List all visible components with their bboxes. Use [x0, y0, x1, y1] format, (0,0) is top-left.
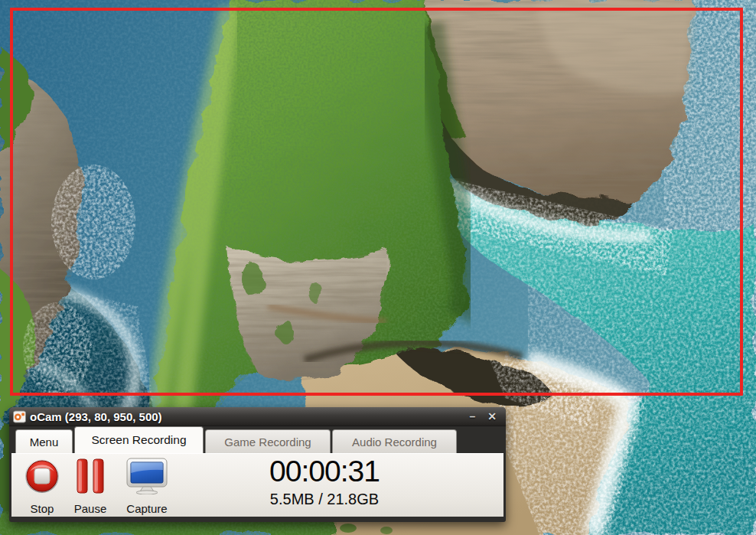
- recording-size: 5.5MB / 21.8GB: [194, 490, 455, 508]
- tab-screen-recording[interactable]: Screen Recording: [74, 426, 204, 453]
- window-title: oCam (293, 80, 950, 500): [30, 410, 162, 423]
- tab-audio-recording[interactable]: Audio Recording: [332, 429, 457, 453]
- tab-game-recording[interactable]: Game Recording: [205, 429, 331, 453]
- window-controls: – ✕: [469, 411, 506, 422]
- capture-icon: [125, 458, 168, 494]
- window-titlebar[interactable]: oCam (293, 80, 950, 500) – ✕: [9, 407, 506, 426]
- capture-region-border[interactable]: [10, 8, 743, 396]
- pause-button[interactable]: Pause: [70, 455, 110, 515]
- close-button[interactable]: ✕: [487, 411, 497, 422]
- ocam-logo-icon: [13, 410, 26, 423]
- recording-panel: Stop Pause: [11, 453, 503, 517]
- capture-button[interactable]: Capture: [117, 455, 177, 515]
- stop-label: Stop: [31, 502, 54, 515]
- stop-button[interactable]: Stop: [21, 455, 64, 515]
- stop-icon: [24, 458, 60, 494]
- capture-label: Capture: [126, 502, 167, 515]
- minimize-button[interactable]: –: [469, 411, 475, 422]
- tab-menu[interactable]: Menu: [15, 429, 73, 453]
- recording-status: 00:00:31 5.5MB / 21.8GB: [194, 455, 455, 508]
- ocam-window: oCam (293, 80, 950, 500) – ✕ Menu Screen…: [9, 407, 506, 522]
- desktop: oCam (293, 80, 950, 500) – ✕ Menu Screen…: [0, 0, 756, 535]
- recording-timer: 00:00:31: [194, 455, 455, 488]
- pause-icon: [75, 458, 106, 494]
- pause-label: Pause: [74, 502, 107, 515]
- tab-strip: Menu Screen Recording Game Recording Aud…: [9, 426, 506, 453]
